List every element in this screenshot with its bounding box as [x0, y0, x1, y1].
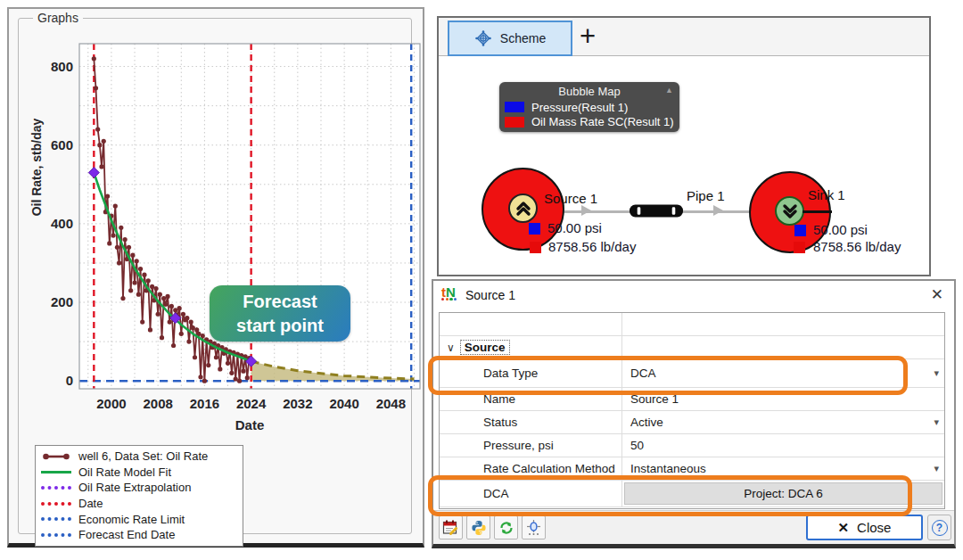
svg-text:2040: 2040 — [329, 396, 358, 411]
pipe-label: Pipe 1 — [687, 188, 725, 203]
dialog-close-icon[interactable]: ✕ — [931, 285, 943, 304]
sink-chevrons-down-icon — [775, 196, 804, 226]
row-name: Name Source 1 — [440, 388, 944, 411]
chevron-down-icon[interactable]: ▾ — [934, 463, 939, 474]
node-default-button[interactable] — [522, 515, 546, 539]
legend-swatch-model-fit — [41, 471, 71, 474]
row-rate-calculation-method: Rate Calculation Method Instantaneous ▾ — [440, 457, 944, 481]
dca-project-button[interactable]: Project: DCA 6 — [624, 482, 942, 505]
scheme-panel: Scheme + Bubble Map ▲ Pressure(Result 1)… — [437, 16, 931, 276]
sink-pressure-value: 50.00 psi — [813, 222, 868, 237]
chart-legend: well 6, Data Set: Oil Rate Oil Rate Mode… — [35, 445, 243, 547]
sink-connector-line — [802, 210, 832, 213]
node-default-icon — [525, 519, 542, 536]
row-status: Status Active ▾ — [440, 411, 944, 434]
name-field[interactable]: Source 1 — [622, 388, 944, 410]
new-tab-button[interactable]: + — [580, 18, 596, 55]
tab-scheme[interactable]: Scheme — [448, 21, 572, 56]
dialog-titlebar[interactable]: tN Source 1 ✕ — [433, 281, 954, 310]
pressure-field[interactable]: 50 — [622, 434, 944, 457]
svg-text:600: 600 — [51, 137, 73, 152]
chevron-down-icon[interactable]: ▾ — [934, 416, 939, 428]
row-data-type: Data Type DCA ▾ — [440, 359, 944, 388]
legend-item: Forecast End Date — [41, 527, 243, 543]
legend-item: Economic Rate Limit — [41, 511, 243, 527]
tab-strip: Scheme + — [439, 18, 929, 56]
svg-text:2016: 2016 — [190, 396, 219, 411]
refresh-icon — [498, 520, 514, 536]
rate-calculation-method-dropdown[interactable]: Instantaneous ▾ — [622, 457, 944, 480]
collapse-chevron-icon[interactable]: ∨ — [447, 342, 455, 354]
flow-arrow-icon — [713, 205, 723, 216]
row-dca: DCA Project: DCA 6 — [440, 481, 944, 507]
question-mark-icon: ? — [932, 520, 948, 536]
svg-text:2008: 2008 — [143, 396, 172, 411]
row-pressure: Pressure, psi 50 — [440, 434, 944, 457]
svg-text:2048: 2048 — [376, 396, 406, 411]
svg-text:2032: 2032 — [283, 396, 312, 411]
bubble-map-title: Bubble Map — [505, 85, 674, 100]
svg-text:Oil Rate, stb/day: Oil Rate, stb/day — [29, 118, 44, 216]
bubble-map-item: Pressure(Result 1) — [505, 100, 674, 115]
svg-text:2024: 2024 — [236, 396, 267, 411]
collapse-triangle-icon[interactable]: ▲ — [665, 86, 673, 95]
callout-line2: start point — [236, 314, 324, 338]
svg-text:Date: Date — [235, 417, 265, 432]
bubble-map-item: Oil Mass Rate SC(Result 1) — [505, 115, 674, 130]
source-pressure-swatch — [529, 223, 540, 235]
legend-swatch-oil-rate — [41, 451, 71, 462]
legend-swatch-extrapolation — [41, 486, 71, 490]
source-rate-swatch — [530, 242, 541, 253]
source-pressure-value: 50.00 psi — [547, 220, 602, 235]
close-button-label: Close — [857, 520, 891, 535]
graphs-window: Graphs 200020082016202420322040204802004… — [7, 7, 424, 548]
calendar-edit-button[interactable] — [439, 515, 463, 539]
source-rate-value: 8758.56 lb/day — [548, 239, 636, 254]
calendar-edit-icon — [442, 519, 459, 536]
svg-text:200: 200 — [51, 294, 73, 309]
oil-rate-decline-chart: 2000200820162024203220402048020040060080… — [28, 38, 427, 440]
svg-text:400: 400 — [51, 216, 73, 231]
pressure-color-swatch — [505, 102, 524, 112]
oil-mass-rate-color-swatch — [505, 117, 524, 128]
tab-scheme-label: Scheme — [500, 31, 546, 45]
close-button[interactable]: ✕ Close — [806, 515, 923, 540]
dialog-title: Source 1 — [465, 288, 515, 302]
sink-pressure-swatch — [794, 225, 806, 236]
flow-arrow-icon — [581, 205, 591, 216]
svg-text:2000: 2000 — [96, 396, 126, 411]
forecast-start-point-callout: Forecast start point — [210, 285, 350, 342]
sink-rate-value: 8758.56 lb/day — [813, 239, 901, 254]
legend-item: well 6, Data Set: Oil Rate — [41, 449, 243, 465]
close-x-icon: ✕ — [838, 520, 850, 536]
group-row-source[interactable]: ∨ Source — [440, 336, 944, 359]
svg-text:0: 0 — [66, 373, 73, 388]
graphs-groupbox: Graphs 200020082016202420322040204802004… — [18, 18, 412, 534]
graphs-groupbox-title: Graphs — [33, 11, 83, 25]
property-grid: ∨ Source Data Type DCA ▾ Name Source 1 S… — [439, 312, 945, 509]
group-label: Source — [460, 340, 510, 355]
dialog-toolbar: ✕ Close ? — [433, 510, 954, 544]
legend-item: Oil Rate Extrapolation — [41, 480, 243, 496]
help-button[interactable]: ? — [927, 515, 951, 540]
legend-swatch-forecast-end-date — [41, 533, 71, 537]
legend-swatch-date — [41, 502, 71, 506]
status-dropdown[interactable]: Active ▾ — [622, 411, 944, 433]
refresh-button[interactable] — [494, 515, 518, 539]
bubble-map-legend[interactable]: Bubble Map ▲ Pressure(Result 1) Oil Mass… — [499, 82, 679, 132]
source-node-label: Source 1 — [544, 191, 597, 206]
python-script-button[interactable] — [466, 515, 490, 539]
source-chevrons-up-icon — [508, 194, 538, 223]
pipe-symbol[interactable] — [629, 202, 684, 220]
sink-node-label: Sink 1 — [808, 187, 845, 202]
svg-text:800: 800 — [51, 59, 73, 74]
callout-line1: Forecast — [243, 290, 317, 314]
tnavigator-logo-icon: tN — [441, 284, 463, 306]
sink-rate-swatch — [794, 242, 805, 253]
chevron-down-icon[interactable]: ▾ — [934, 367, 939, 379]
empty-row — [440, 313, 944, 336]
scheme-icon — [474, 29, 492, 47]
data-type-dropdown[interactable]: DCA ▾ — [622, 359, 944, 387]
legend-item: Date — [41, 496, 243, 512]
legend-swatch-economic-rate-limit — [41, 517, 71, 521]
